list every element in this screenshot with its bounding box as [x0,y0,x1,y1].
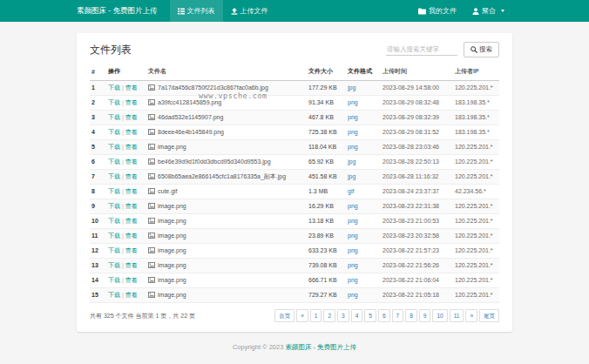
file-size: 1.3 MB [307,185,346,199]
download-link[interactable]: 下载 [108,173,120,179]
download-link[interactable]: 下载 [108,203,120,209]
row-index: 3 [90,111,106,125]
table-row: 2 下载 | 查看 a39fcc4128145859.png 91.34 KB … [90,96,499,111]
nav-item-user-menu[interactable]: 聚合 [464,0,512,22]
view-link[interactable]: 查看 [125,292,138,298]
table-row: 4 下载 | 查看 8deee46e4b145849.png 725.38 KB… [90,125,499,140]
view-link[interactable]: 查看 [125,144,138,150]
download-link[interactable]: 下载 [108,114,120,120]
copyright-text: Copyright © 2023 [233,343,283,351]
view-link[interactable]: 查看 [125,129,138,135]
page-button[interactable]: 4 [351,309,363,322]
format-link[interactable]: jpg [348,158,355,165]
search-input[interactable] [386,44,457,56]
download-link[interactable]: 下载 [108,247,120,253]
format-link[interactable]: gif [348,188,354,194]
format-link[interactable]: jpg [348,84,355,91]
row-index: 10 [90,214,106,229]
row-index: 4 [90,125,106,140]
view-link[interactable]: 查看 [125,114,138,120]
search-button[interactable]: 搜索 [464,42,499,57]
uploader-ip: 183.198.35.* [453,96,499,111]
download-link[interactable]: 下载 [108,292,120,298]
page-button[interactable]: 9 [419,309,431,322]
format-link[interactable]: jpg [348,173,355,179]
col-header-name: 文件名 [146,63,307,81]
format-link[interactable]: png [348,203,358,209]
file-size: 177.29 KB [307,81,346,96]
nav-item-upload[interactable]: 上传文件 [223,0,276,22]
table-row: 6 下载 | 查看 be46e39d9d1f0dd3dbcd95d340d955… [90,155,499,170]
page-button[interactable]: 5 [364,309,376,322]
image-icon [148,292,155,298]
pagination: 首页«1234567891011»尾页 [274,309,499,322]
page-button[interactable]: 8 [405,309,417,322]
download-link[interactable]: 下载 [108,99,120,105]
format-link[interactable]: png [348,292,358,298]
filename: a39fcc4128145859.png [158,99,221,105]
view-link[interactable]: 查看 [125,158,138,165]
image-icon [148,84,155,91]
footer-link[interactable]: 素颜图床 - 免费图片上传 [285,343,356,351]
download-link[interactable]: 下载 [108,129,120,135]
summary-text: 共有 325 个文件 当前第 1 页，共 22 页 [90,312,195,320]
view-link[interactable]: 查看 [125,173,138,179]
filename: cute.gif [158,188,178,194]
format-link[interactable]: png [348,218,358,224]
download-link[interactable]: 下载 [108,262,120,268]
format-link[interactable]: png [348,233,358,239]
download-link[interactable]: 下载 [108,277,120,283]
download-link[interactable]: 下载 [108,144,120,150]
brand[interactable]: 素颜图床 - 免费图片上传 [77,0,158,22]
download-link[interactable]: 下载 [108,84,120,91]
nav-item-my-files[interactable]: 我的文件 [410,0,464,22]
view-link[interactable]: 查看 [125,218,138,224]
image-icon [148,99,155,105]
download-link[interactable]: 下载 [108,188,120,194]
format-link[interactable]: png [348,277,358,283]
file-size: 666.71 KB [307,273,346,288]
view-link[interactable]: 查看 [125,233,138,239]
format-link[interactable]: png [348,129,358,135]
format-link[interactable]: png [348,144,358,150]
page-button[interactable]: 10 [432,309,447,322]
view-link[interactable]: 查看 [125,203,138,209]
page-button[interactable]: 2 [323,309,335,322]
page-button[interactable]: 尾页 [479,309,499,322]
nav-item-file-list[interactable]: 文件列表 [170,0,223,22]
nav-item-label: 上传文件 [240,6,268,16]
filename: 8deee46e4b145849.png [158,129,224,135]
view-link[interactable]: 查看 [125,262,138,268]
format-link[interactable]: png [348,247,358,253]
filename: 6508b65aea2e866145cfc1a8176335a_副本.jpg [158,173,286,179]
download-link[interactable]: 下载 [108,158,120,165]
view-link[interactable]: 查看 [125,247,138,253]
page-button[interactable]: 3 [337,309,349,322]
view-link[interactable]: 查看 [125,277,138,283]
download-link[interactable]: 下载 [108,233,120,239]
view-link[interactable]: 查看 [125,188,138,194]
nav-item-label: 聚合 [482,6,496,16]
format-link[interactable]: png [348,99,358,105]
page-button[interactable]: 11 [450,309,464,322]
table-row: 9 下载 | 查看 image.png 16.29 KB png 2023-08… [90,199,499,214]
view-link[interactable]: 查看 [125,84,138,91]
row-index: 11 [90,229,106,244]
col-header-format: 文件格式 [346,63,381,81]
page-button[interactable]: » [465,309,477,322]
upload-time: 2023-08-29 14:58:00 [381,81,453,96]
uploader-ip: 183.198.35.* [453,125,499,140]
page-button[interactable]: 6 [378,309,390,322]
format-link[interactable]: png [348,114,358,120]
image-icon [148,233,155,239]
page-button[interactable]: 首页 [274,309,294,322]
search-icon [471,46,477,53]
page-button[interactable]: 1 [310,309,322,322]
page-button[interactable]: 7 [392,309,404,322]
download-link[interactable]: 下载 [108,218,120,224]
view-link[interactable]: 查看 [125,99,138,105]
image-icon [148,114,155,120]
format-link[interactable]: png [348,262,358,268]
filename: image.png [158,233,186,239]
page-button[interactable]: « [296,309,308,322]
